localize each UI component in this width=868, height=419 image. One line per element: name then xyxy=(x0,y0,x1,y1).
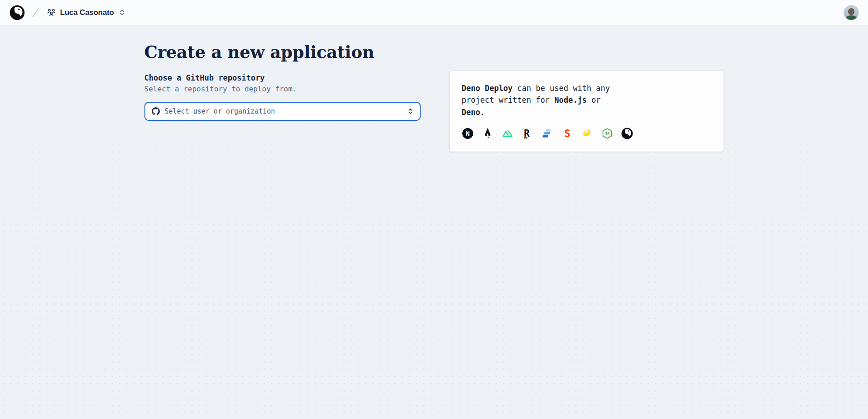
svg-text:JS: JS xyxy=(604,132,609,136)
breadcrumb-slash: / xyxy=(31,6,40,19)
info-card-text-segment: or xyxy=(587,95,601,105)
top-navbar: / Luca Casonato xyxy=(0,0,868,25)
remix-icon: R xyxy=(522,128,533,139)
info-card-text: Deno Deploy can be used with any project… xyxy=(462,82,621,118)
chevron-up-down-icon xyxy=(118,9,125,16)
nodejs-icon: JS xyxy=(601,128,613,139)
chevron-up-down-icon xyxy=(408,108,413,115)
svelte-icon: S xyxy=(561,128,573,139)
astro-icon xyxy=(482,128,494,139)
repo-picker-section: Choose a GitHub repository Select a repo… xyxy=(144,73,421,121)
info-card-text-segment: Deno Deploy xyxy=(462,84,513,93)
org-select-dropdown[interactable]: Select user or organization xyxy=(144,102,421,121)
nextjs-icon: N xyxy=(462,128,474,139)
user-avatar[interactable] xyxy=(844,5,859,20)
solidstart-icon xyxy=(542,128,553,139)
repo-picker-description: Select a repository to deploy from. xyxy=(144,85,421,94)
info-card-text-segment: . xyxy=(480,108,484,117)
deno-deploy-app: / Luca Casonato xyxy=(0,0,868,419)
svg-text:R: R xyxy=(524,128,530,139)
main-content: Create a new application Choose a GitHub… xyxy=(144,25,724,152)
select-placeholder: Select user or organization xyxy=(165,107,403,115)
svg-text:S: S xyxy=(564,128,571,139)
organization-people-icon xyxy=(47,8,56,17)
deno-logo[interactable] xyxy=(9,5,25,21)
github-icon xyxy=(152,107,160,115)
page-title: Create a new application xyxy=(144,42,724,62)
repo-picker-label: Choose a GitHub repository xyxy=(144,73,421,83)
breadcrumb-org-name: Luca Casonato xyxy=(60,8,114,17)
deno-deploy-info-card: Deno Deploy can be used with any project… xyxy=(449,71,724,152)
deno-dinosaur-icon xyxy=(10,5,25,20)
framework-icons-row: NRSJS xyxy=(462,128,711,139)
nuxt-icon xyxy=(502,128,513,139)
deno-icon xyxy=(621,128,633,139)
svg-text:N: N xyxy=(465,130,469,137)
org-switcher[interactable]: Luca Casonato xyxy=(43,5,128,20)
info-card-text-segment: Node.js xyxy=(554,95,587,105)
fresh-icon xyxy=(581,128,593,139)
info-card-text-segment: Deno xyxy=(462,108,480,117)
